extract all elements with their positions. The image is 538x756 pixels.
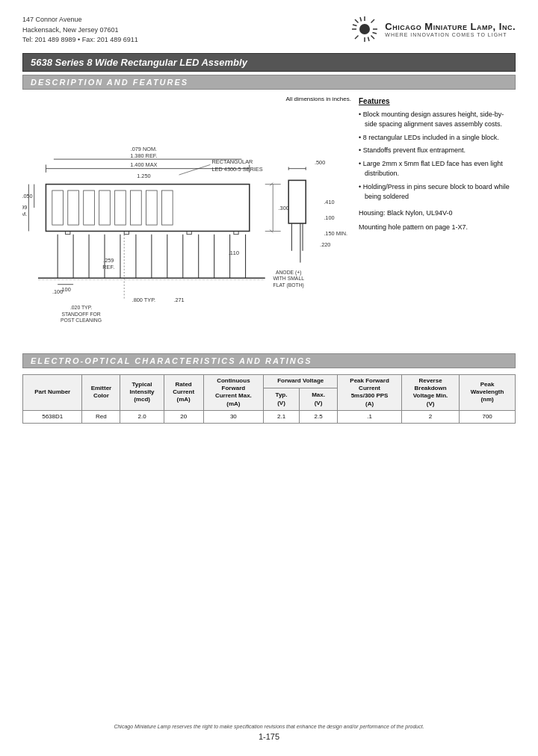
page-title: 5638 Series 8 Wide Rectangular LED Assem… [31,57,247,68]
svg-line-64 [179,164,211,175]
svg-text:1.380 REF.: 1.380 REF. [130,152,157,159]
housing-info: Housing: Black Nylon, UL94V-0 [359,208,516,219]
features-area: Features • Block mounting design assures… [359,96,516,344]
description-section: All dimensions in inches. [22,96,516,344]
page: 147 Connor Avenue Hackensack, New Jersey… [0,0,538,756]
svg-rect-17 [99,190,111,225]
cell-vr-min: 2 [401,411,459,424]
svg-line-9 [360,17,362,22]
svg-rect-16 [84,190,95,225]
svg-line-8 [355,36,359,40]
cell-cont-current: 30 [203,411,264,424]
svg-text:1.250: 1.250 [137,173,150,179]
svg-rect-41 [288,180,306,223]
svg-text:.020 TYP.: .020 TYP. [70,305,92,310]
col-vf-typ: Typ.(V) [264,388,300,411]
col-forward-voltage: Forward Voltage [264,374,338,388]
cell-part-number: 5638D1 [23,411,82,424]
svg-rect-13 [46,184,249,231]
col-part-number: Part Number [23,374,82,411]
svg-text:.100: .100 [60,286,70,293]
cell-color: Red [82,411,120,424]
svg-text:.050: .050 [22,193,33,199]
cell-peak-current: .1 [338,411,402,424]
cell-wavelength: 700 [460,411,516,424]
col-reverse-voltage: ReverseBreakdownVoltage Min.(V) [401,374,459,411]
svg-text:.110: .110 [229,249,239,255]
cell-rated-current: 20 [164,411,203,424]
svg-text:.220: .220 [320,241,330,248]
cell-intensity: 2.0 [120,411,164,424]
col-vf-max: Max.(V) [299,388,337,411]
address-line2: Hackensack, New Jersey 07601 [22,25,138,36]
logo-tagline: Where Innovation Comes To Light [385,32,516,37]
header: 147 Connor Avenue Hackensack, New Jersey… [22,15,516,46]
logo-icon [350,15,379,43]
title-bar: 5638 Series 8 Wide Rectangular LED Assem… [22,53,516,72]
feature-5: • Holding/Press in pins secure block to … [359,182,516,202]
table-row: 5638D1 Red 2.0 20 30 2.1 2.5 .1 2 700 [23,411,516,424]
svg-text:WITH SMALL: WITH SMALL [273,276,304,281]
svg-point-0 [359,24,370,34]
svg-text:.410: .410 [324,198,334,205]
svg-text:FLAT (BOTH): FLAT (BOTH) [273,282,304,288]
col-emitter-color: EmitterColor [82,374,120,411]
feature-2: • 8 rectangular LEDs included in a singl… [359,133,516,143]
col-cont-current: ContinuousForwardCurrent Max.(mA) [203,374,264,411]
features-title: Features [359,96,516,107]
svg-text:POST CLEANING: POST CLEANING [61,317,102,323]
svg-text:.500: .500 [315,159,325,166]
col-wavelength: PeakWavelength(nm) [460,374,516,411]
svg-text:ANODE (+): ANODE (+) [276,270,302,276]
svg-rect-15 [68,190,79,225]
cell-vf-typ: 2.1 [264,411,300,424]
svg-text:.150 MIN.: .150 MIN. [324,229,347,236]
col-peak-current: Peak ForwardCurrent5ms/300 PPS(A) [338,374,402,411]
svg-rect-18 [115,190,126,225]
logo-company: Chicago Miniature Lamp, Inc. [385,21,516,32]
svg-line-12 [373,33,377,34]
table-header-row: Part Number EmitterColor TypicalIntensit… [23,374,516,388]
address-line3: Tel: 201 489 8989 • Fax: 201 489 6911 [22,35,138,46]
logo-text-group: Chicago Miniature Lamp, Inc. Where Innov… [385,21,516,37]
svg-rect-19 [131,190,142,225]
mounting-info: Mounting hole pattern on page 1-X7. [359,223,516,233]
address-line1: 147 Connor Avenue [22,15,138,25]
footer-disclaimer: Chicago Miniature Lamp reserves the righ… [22,724,516,729]
svg-line-11 [353,25,357,26]
led-diagram: 1.400 MAX 1.380 REF. .079 NOM. .050 .199… [22,104,351,343]
svg-rect-21 [161,190,173,225]
all-dimensions: All dimensions in inches. [22,96,351,102]
svg-text:.300: .300 [279,205,289,211]
svg-text:.800 TYP.: .800 TYP. [132,296,156,303]
description-header: DESCRIPTION AND FEATURES [22,75,516,90]
header-address: 147 Connor Avenue Hackensack, New Jersey… [22,15,138,46]
eo-table: Part Number EmitterColor TypicalIntensit… [22,374,516,424]
svg-text:.100: .100 [324,214,334,220]
eo-section-header: ELECTRO-OPTICAL CHARACTERISTICS AND RATI… [22,353,516,368]
svg-line-7 [371,19,375,23]
eo-section: ELECTRO-OPTICAL CHARACTERISTICS AND RATI… [22,353,516,424]
svg-text:REF.: REF. [102,263,114,270]
svg-text:LED 4300-5 SERIES: LED 4300-5 SERIES [212,165,263,172]
svg-text:STANDOFF FOR: STANDOFF FOR [61,311,100,316]
svg-line-5 [355,19,359,23]
svg-line-6 [371,36,375,40]
feature-4: • Large 2mm x 5mm flat LED face has even… [359,159,516,179]
col-rated-current: RatedCurrent(mA) [164,374,203,411]
svg-text:1.400 MAX: 1.400 MAX [130,161,157,167]
svg-text:.079 NOM.: .079 NOM. [131,145,157,152]
diagram-area: All dimensions in inches. [22,96,351,344]
footer: Chicago Miniature Lamp reserves the righ… [22,724,516,741]
feature-1: • Block mounting design assures height, … [359,110,516,130]
footer-page: 1-175 [22,732,516,741]
svg-text:.271: .271 [173,296,184,303]
feature-3: • Standoffs prevent flux entrapment. [359,146,516,156]
header-logo: Chicago Miniature Lamp, Inc. Where Innov… [350,15,516,43]
svg-text:NOM.: NOM. [22,210,27,217]
svg-line-10 [368,37,370,42]
svg-text:RECTANGULAR: RECTANGULAR [212,158,253,165]
cell-vf-max: 2.5 [299,411,337,424]
svg-rect-20 [146,190,158,225]
svg-rect-14 [52,190,64,225]
